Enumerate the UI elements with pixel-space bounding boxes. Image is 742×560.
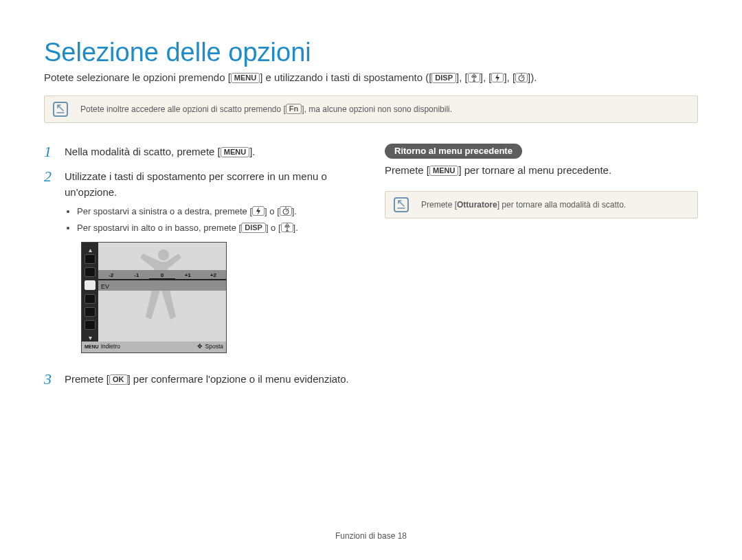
section-heading-pill: Ritorno al menu precedente — [385, 144, 522, 159]
text: ]. — [293, 223, 298, 233]
shutter-label: Otturatore — [457, 200, 497, 210]
text: Per spostarvi a sinistra o a destra, pre… — [77, 206, 252, 216]
sidebar-icon — [85, 294, 95, 304]
camera-lcd-figure: ▴ ▾ -2 — [81, 242, 227, 353]
right-column: Ritorno al menu precedente Premete [MENU… — [385, 144, 698, 396]
ev-ticks: -2 -1 0 +1 +2 — [98, 271, 226, 281]
bullet-up-down: Per spostarvi in alto o in basso, premet… — [77, 221, 357, 235]
menu-button-label: MENU — [221, 147, 249, 157]
text: ]). — [528, 71, 537, 83]
tick: +2 — [201, 272, 226, 280]
flash-icon — [252, 206, 265, 216]
note-icon — [394, 197, 409, 212]
up-arrow-icon: ▴ — [89, 245, 92, 251]
ok-button-label: OK — [109, 374, 128, 385]
text: Premete [ — [65, 373, 109, 385]
down-arrow-icon: ▾ — [89, 333, 92, 339]
figure-sidebar: ▴ ▾ — [82, 243, 98, 341]
text: ] e utilizzando i tasti di spostamento (… — [260, 71, 431, 83]
step-1: 1 Nella modalità di scatto, premete [MEN… — [44, 144, 357, 160]
footer-section: Funzioni di base — [335, 531, 398, 541]
step-number: 3 — [44, 371, 56, 388]
step-3: 3 Premete [OK] per confermare l'opzione … — [44, 371, 357, 388]
flash-icon — [491, 73, 504, 82]
timer-icon — [280, 206, 292, 216]
text: ] per confermare l'opzione o il menu evi… — [128, 373, 349, 385]
tick: 0 — [149, 272, 175, 280]
text: Per spostarvi in alto o in basso, premet… — [77, 223, 241, 233]
step-number: 2 — [44, 168, 56, 363]
tick: +1 — [175, 272, 201, 280]
text: ]. — [292, 206, 297, 216]
sidebar-icon — [85, 320, 95, 330]
text: Nella modalità di scatto, premete [ — [65, 146, 221, 157]
sidebar-icon — [85, 254, 95, 264]
sidebar-icon — [85, 267, 95, 277]
page-title: Selezione delle opzioni — [44, 38, 698, 67]
step-number: 1 — [44, 144, 56, 160]
menu-button-label: MENU — [429, 166, 458, 176]
timer-icon — [515, 73, 528, 82]
macro-icon — [468, 73, 480, 82]
nav-glyph: ✥ — [197, 342, 203, 352]
text: Premete [ — [385, 164, 429, 176]
text: ] per tornare alla modalità di scatto. — [497, 200, 626, 210]
bullet-left-right: Per spostarvi a sinistra o a destra, pre… — [77, 205, 357, 219]
text: ] per tornare al menu precedente. — [458, 164, 611, 176]
figure-footer: MENU Indietro ✥ Sposta — [82, 341, 226, 352]
text: ], ma alcune opzioni non sono disponibil… — [302, 104, 452, 114]
move-label: Sposta — [205, 342, 223, 351]
ev-label: EV — [101, 282, 109, 292]
page-subtitle: Potete selezionare le opzioni premendo [… — [44, 71, 698, 83]
sidebar-icon-active — [85, 280, 95, 290]
step-2: 2 Utilizzate i tasti di spostamento per … — [44, 168, 357, 363]
text: Utilizzate i tasti di spostamento per sc… — [65, 170, 327, 198]
macro-icon — [281, 223, 293, 232]
text: ], [ — [480, 71, 492, 83]
back-label: Indietro — [101, 342, 120, 351]
text: ], [ — [456, 71, 468, 83]
tick: -2 — [98, 272, 124, 280]
text: ], [ — [504, 71, 515, 83]
text: ]. — [249, 146, 255, 157]
menu-button-label: MENU — [231, 73, 260, 83]
page-footer: Funzioni di base 18 — [0, 531, 742, 541]
left-column: 1 Nella modalità di scatto, premete [MEN… — [44, 144, 357, 396]
disp-button-label: DISP — [431, 73, 456, 83]
text: Potete selezionare le opzioni premendo [ — [44, 71, 231, 83]
tick: -1 — [124, 272, 149, 280]
sidebar-icon — [85, 307, 95, 317]
text: ] o [ — [265, 206, 280, 216]
note-fn-access: Potete inoltre accedere alle opzioni di … — [44, 96, 698, 123]
text: Potete inoltre accedere alle opzioni di … — [80, 104, 286, 114]
note-shutter-return: Premete [Otturatore] per tornare alla mo… — [385, 191, 698, 219]
menu-glyph: MENU — [85, 344, 99, 351]
text: Premete [ — [421, 200, 457, 210]
text: ] o [ — [266, 223, 281, 233]
note-icon — [53, 102, 68, 117]
fn-button-label: Fn — [286, 104, 302, 114]
disp-button-label: DISP — [241, 223, 266, 233]
paragraph: Premete [MENU] per tornare al menu prece… — [385, 164, 698, 176]
footer-page-number: 18 — [398, 531, 407, 541]
